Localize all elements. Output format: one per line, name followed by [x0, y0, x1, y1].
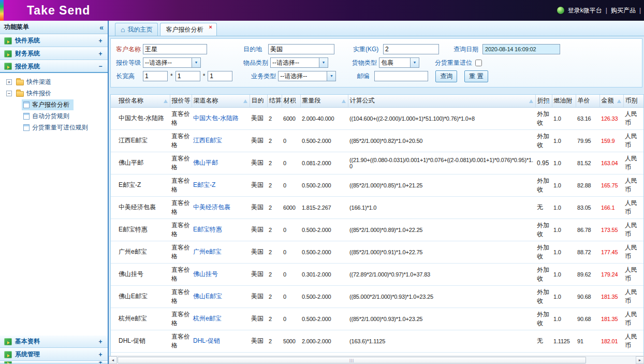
tab-home[interactable]: ⌂我的主页	[115, 23, 158, 36]
cell-unit_price: 79.95	[576, 129, 599, 152]
cell-discount: 外加收	[535, 285, 552, 308]
height-input[interactable]	[208, 71, 232, 81]
cell-destination: 美国	[250, 107, 267, 129]
cell-discount: 外加收	[535, 174, 552, 196]
column-header-volume[interactable]: 材积	[282, 95, 300, 107]
login-kwei-link[interactable]: 登录k微平台	[568, 6, 602, 15]
channel-link[interactable]: DHL-促销	[193, 337, 220, 344]
channel-link[interactable]: 广州e邮宝	[193, 248, 222, 255]
reset-button[interactable]: 重 置	[464, 70, 488, 82]
column-header-formula[interactable]: 计算公式	[348, 95, 535, 107]
item-category-select[interactable]: --请选择-- ▼	[270, 57, 328, 68]
split-weight-checkbox[interactable]	[475, 60, 482, 66]
section-toggle-icon: +	[97, 338, 104, 345]
postcode-label: 邮编	[357, 72, 374, 81]
table-row: 杭州e邮宝直客价格杭州e邮宝美国200.500-2.000((85*2/1.00…	[111, 308, 644, 330]
query-button[interactable]: 查询	[435, 70, 457, 82]
sidebar-item-system-management[interactable]: 系统管理+	[0, 348, 108, 361]
cell-volume: 5000	[282, 330, 300, 352]
cell-channel: 中国大包-水陆路	[192, 107, 250, 129]
business-type-select[interactable]: --请选择-- ▼	[278, 71, 336, 81]
tree-leaf-customer-quote-analysis[interactable]: 客户报价分析	[0, 99, 108, 110]
scroll-left-button[interactable]: ◄	[109, 356, 117, 364]
column-header-settlement[interactable]: 结算	[267, 95, 282, 107]
module-icon	[4, 50, 12, 57]
quote-level-select[interactable]: --请选择-- ▼	[143, 57, 201, 68]
column-header-discount[interactable]: 折扣	[535, 95, 552, 107]
length-input[interactable]	[143, 71, 168, 81]
channel-link[interactable]: 中国大包-水陆路	[193, 114, 239, 122]
cell-channel: 杭州e邮宝	[192, 308, 250, 330]
cargo-type-select[interactable]: 包裹 ▼	[379, 57, 419, 68]
cell-discount: 外加收	[535, 129, 552, 152]
cargo-type-label: 货物类型	[352, 59, 379, 67]
postcode-input[interactable]	[374, 71, 428, 81]
column-header-amount[interactable]: 金额	[599, 95, 623, 107]
column-label: 燃油附	[554, 97, 573, 104]
sidebar-item-express-system[interactable]: 快件系统+	[0, 34, 108, 47]
channel-link[interactable]: 杭州e邮宝	[193, 315, 222, 322]
query-date-field[interactable]: 2020-08-14 16:09:02	[482, 44, 560, 54]
close-tab-icon[interactable]: ×	[209, 24, 212, 30]
channel-link[interactable]: 佛山平邮	[193, 159, 218, 166]
report-icon	[23, 101, 30, 108]
cell-price_level: 直客价格	[170, 219, 192, 241]
dropdown-arrow-icon: ▼	[327, 71, 335, 81]
channel-link[interactable]: E邮宝特惠	[193, 226, 222, 233]
cell-settlement: 2	[267, 129, 282, 152]
channel-link[interactable]: 中美经济包裹	[193, 203, 230, 211]
sidebar-title: 功能菜单	[4, 23, 99, 32]
cell-channel: 佛山挂号	[192, 263, 250, 285]
customer-name-input[interactable]	[143, 44, 207, 54]
sidebar-item-partial-bottom[interactable]: +	[0, 361, 108, 364]
cell-formula: (166.1)*1.0	[348, 196, 535, 219]
sidebar-title-bar: 功能菜单 «	[0, 21, 108, 34]
tree-item: 快件渠道	[14, 77, 55, 88]
channel-link[interactable]: 佛山E邮宝	[193, 293, 222, 300]
width-input[interactable]	[175, 71, 200, 81]
column-header-unit_price[interactable]: 单价	[576, 95, 599, 107]
cell-fuel: 1.0	[552, 174, 576, 196]
cell-unit_price: 90.68	[576, 308, 599, 330]
dropdown-arrow-icon: ▼	[192, 58, 200, 67]
tab-customer-quote-analysis[interactable]: 客户报价分析×	[160, 23, 216, 36]
scroll-right-button[interactable]: ►	[636, 356, 644, 364]
form-row-1: 客户名称 目的地 实重(KG) 查询日期 2020-08-14 16:09:02	[116, 42, 637, 56]
column-header-fuel[interactable]: 燃油附	[552, 95, 576, 107]
cell-currency: 人民币	[623, 241, 644, 263]
buy-product-link[interactable]: 购买产品	[611, 6, 636, 15]
column-header-channel[interactable]: 渠道名称	[192, 95, 250, 107]
sidebar-item-finance-system[interactable]: 财务系统+	[0, 47, 108, 60]
collapse-sidebar-icon[interactable]: «	[99, 23, 104, 32]
tree-toggle-icon[interactable]: −	[6, 91, 12, 96]
column-header-price_level[interactable]: 报价等	[170, 95, 192, 107]
column-header-weight_range[interactable]: 重量段	[300, 95, 348, 107]
table-row: 江西E邮宝直客价格江西E邮宝美国200.500-2.000((85*2/1.00…	[111, 129, 644, 152]
tree-toggle-icon[interactable]: +	[6, 79, 12, 85]
column-header-name[interactable]: 报价名称	[111, 95, 170, 107]
cell-currency: 人民币	[623, 107, 644, 129]
tree-item-label: 快件报价	[26, 89, 51, 98]
scroll-thumb[interactable]: |||	[118, 357, 586, 363]
channel-link[interactable]: E邮宝-Z	[193, 181, 215, 188]
tree-leaf-auto-allocation-rules[interactable]: 自动分货规则	[0, 110, 108, 122]
destination-input[interactable]	[268, 44, 334, 54]
tree-folder-express-quote[interactable]: −快件报价	[0, 88, 108, 99]
sidebar-item-basic-data[interactable]: 基本资料+	[0, 335, 108, 348]
weight-input[interactable]	[383, 44, 439, 54]
tree-leaf-split-weight-carry-rules[interactable]: 分货重量可进位规则	[0, 122, 108, 133]
destination-label: 目的地	[243, 45, 268, 54]
channel-link[interactable]: 江西E邮宝	[193, 137, 222, 144]
tree-folder-express-channel[interactable]: +快件渠道	[0, 76, 108, 88]
column-header-currency[interactable]: 币别	[623, 95, 644, 107]
cell-weight_range: 2.000-40.000	[300, 107, 348, 129]
column-label: 报价等	[172, 97, 191, 104]
column-header-destination[interactable]: 目的	[250, 95, 267, 107]
scroll-track[interactable]: |||	[117, 356, 636, 364]
cell-destination: 美国	[250, 285, 267, 308]
channel-link[interactable]: 佛山挂号	[193, 270, 218, 278]
cell-weight_range: 0.500-2.000	[300, 241, 348, 263]
sidebar-item-quote-system[interactable]: 报价系统−	[0, 60, 108, 73]
nav-separator: |	[606, 7, 607, 14]
cell-destination: 美国	[250, 308, 267, 330]
